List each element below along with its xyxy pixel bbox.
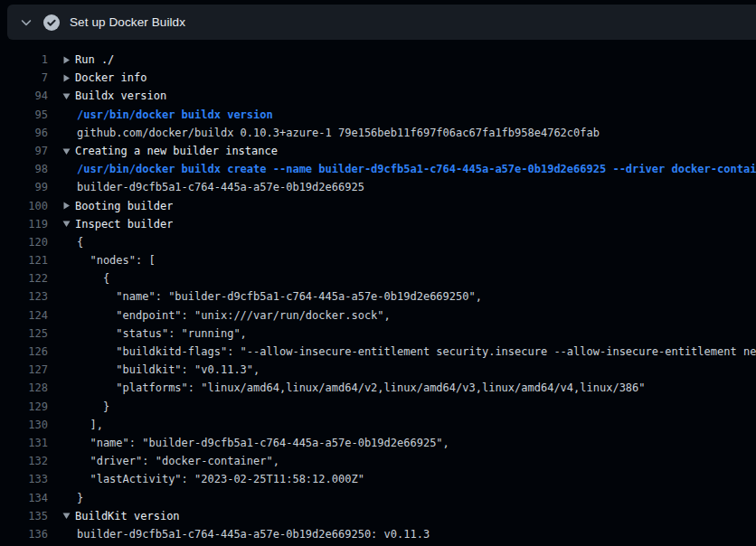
line-number[interactable]: 119 bbox=[0, 215, 48, 233]
line-number[interactable]: 99 bbox=[0, 178, 48, 196]
line-number[interactable]: 122 bbox=[0, 269, 48, 287]
triangle-down-icon bbox=[62, 147, 71, 155]
log-group-label: Buildx version bbox=[75, 87, 166, 105]
log-output-text: "lastActivity": "2023-02-25T11:58:12.000… bbox=[62, 470, 364, 488]
line-number[interactable]: 128 bbox=[0, 379, 48, 397]
log-viewer: 1Run ./7Docker info94Buildx version95/us… bbox=[0, 0, 756, 543]
line-number[interactable]: 125 bbox=[0, 325, 48, 343]
step-header[interactable]: Set up Docker Buildx bbox=[7, 5, 756, 40]
log-line: 135BuildKit version bbox=[0, 507, 756, 525]
triangle-right-icon bbox=[62, 202, 71, 210]
log-line: 128 "platforms": "linux/amd64,linux/amd6… bbox=[0, 379, 756, 397]
check-circle-icon bbox=[43, 14, 60, 31]
log-group-label: Docker info bbox=[75, 69, 146, 87]
line-number[interactable]: 94 bbox=[0, 87, 48, 105]
log-line: 129 } bbox=[0, 398, 756, 416]
line-number[interactable]: 97 bbox=[0, 142, 48, 160]
line-number[interactable]: 124 bbox=[0, 306, 48, 325]
log-group-label: BuildKit version bbox=[75, 507, 180, 525]
log-line: 100Booting builder bbox=[0, 197, 756, 215]
line-number[interactable]: 129 bbox=[0, 398, 48, 416]
log-output-text: "name": "builder-d9cfb5a1-c764-445a-a57e… bbox=[62, 287, 482, 306]
log-line: 99builder-d9cfb5a1-c764-445a-a57e-0b19d2… bbox=[0, 178, 756, 196]
triangle-right-icon bbox=[62, 56, 71, 64]
log-line: 131 "name": "builder-d9cfb5a1-c764-445a-… bbox=[0, 434, 756, 452]
log-line: 119Inspect builder bbox=[0, 215, 756, 233]
log-line: 123 "name": "builder-d9cfb5a1-c764-445a-… bbox=[0, 287, 756, 306]
line-number[interactable]: 127 bbox=[0, 361, 48, 379]
log-output-text: } bbox=[62, 398, 109, 416]
log-output-text: github.com/docker/buildx 0.10.3+azure-1 … bbox=[62, 124, 600, 142]
log-command-text: /usr/bin/docker buildx create --name bui… bbox=[62, 160, 756, 178]
chevron-down-icon[interactable] bbox=[19, 15, 33, 30]
log-output-text: "buildkitd-flags": "--allow-insecure-ent… bbox=[62, 343, 756, 361]
log-output-text: } bbox=[62, 489, 83, 507]
log-line: 96github.com/docker/buildx 0.10.3+azure-… bbox=[0, 124, 756, 142]
log-line: 132 "driver": "docker-container", bbox=[0, 452, 756, 470]
log-line: 1Run ./ bbox=[0, 51, 756, 69]
log-group-toggle[interactable]: Creating a new builder instance bbox=[62, 142, 278, 160]
line-number[interactable]: 133 bbox=[0, 470, 48, 488]
line-number[interactable]: 130 bbox=[0, 416, 48, 434]
log-group-toggle[interactable]: Run ./ bbox=[62, 51, 114, 69]
line-number[interactable]: 121 bbox=[0, 251, 48, 269]
triangle-down-icon bbox=[62, 512, 71, 520]
line-number[interactable]: 100 bbox=[0, 197, 48, 215]
log-line: 95/usr/bin/docker buildx version bbox=[0, 106, 756, 124]
log-line: 124 "endpoint": "unix:///var/run/docker.… bbox=[0, 306, 756, 325]
step-title: Set up Docker Buildx bbox=[70, 15, 185, 29]
line-number[interactable]: 132 bbox=[0, 452, 48, 470]
line-number[interactable]: 126 bbox=[0, 343, 48, 361]
log-line: 136builder-d9cfb5a1-c764-445a-a57e-0b19d… bbox=[0, 525, 756, 543]
log-group-toggle[interactable]: Booting builder bbox=[62, 197, 173, 215]
line-number[interactable]: 95 bbox=[0, 106, 48, 124]
log-output-text: { bbox=[62, 269, 109, 287]
log-line: 121 "nodes": [ bbox=[0, 251, 756, 269]
log-line: 122 { bbox=[0, 269, 756, 287]
line-number[interactable]: 136 bbox=[0, 525, 48, 543]
log-output-text: ], bbox=[62, 416, 103, 434]
line-number[interactable]: 134 bbox=[0, 489, 48, 507]
log-output-text: "endpoint": "unix:///var/run/docker.sock… bbox=[62, 306, 391, 325]
log-command-text: /usr/bin/docker buildx version bbox=[62, 106, 273, 124]
log-output-text: "driver": "docker-container", bbox=[62, 452, 279, 470]
log-group-toggle[interactable]: Docker info bbox=[62, 69, 146, 87]
log-line: 125 "status": "running", bbox=[0, 325, 756, 343]
line-number[interactable]: 98 bbox=[0, 160, 48, 178]
log-line: 98/usr/bin/docker buildx create --name b… bbox=[0, 160, 756, 178]
log-output-text: "buildkit": "v0.11.3", bbox=[62, 361, 260, 379]
triangle-down-icon bbox=[62, 92, 71, 100]
log-line: 7Docker info bbox=[0, 69, 756, 87]
triangle-down-icon bbox=[62, 220, 71, 228]
line-number[interactable]: 135 bbox=[0, 507, 48, 525]
log-line: 120{ bbox=[0, 233, 756, 251]
line-number[interactable]: 131 bbox=[0, 434, 48, 452]
log-line: 97Creating a new builder instance bbox=[0, 142, 756, 160]
line-number[interactable]: 96 bbox=[0, 124, 48, 142]
line-number[interactable]: 1 bbox=[0, 51, 48, 69]
triangle-right-icon bbox=[62, 74, 71, 82]
line-number[interactable]: 123 bbox=[0, 287, 48, 306]
log-line: 134} bbox=[0, 489, 756, 507]
log-output-text: "nodes": [ bbox=[62, 251, 156, 269]
log-group-label: Creating a new builder instance bbox=[75, 142, 278, 160]
log-group-label: Booting builder bbox=[75, 197, 173, 215]
log-line: 94Buildx version bbox=[0, 87, 756, 105]
log-output-text: builder-d9cfb5a1-c764-445a-a57e-0b19d2e6… bbox=[62, 525, 430, 543]
log-output-text: builder-d9cfb5a1-c764-445a-a57e-0b19d2e6… bbox=[62, 178, 364, 196]
log-group-label: Inspect builder bbox=[75, 215, 173, 233]
log-group-toggle[interactable]: BuildKit version bbox=[62, 507, 180, 525]
log-group-toggle[interactable]: Buildx version bbox=[62, 87, 166, 105]
log-output-text: "name": "builder-d9cfb5a1-c764-445a-a57e… bbox=[62, 434, 449, 452]
log-output-text: "status": "running", bbox=[62, 325, 247, 343]
log-output-text: "platforms": "linux/amd64,linux/amd64/v2… bbox=[62, 379, 646, 397]
log-line: 127 "buildkit": "v0.11.3", bbox=[0, 361, 756, 379]
log-line: 133 "lastActivity": "2023-02-25T11:58:12… bbox=[0, 470, 756, 488]
log-output-text: { bbox=[62, 233, 83, 251]
log-group-toggle[interactable]: Inspect builder bbox=[62, 215, 173, 233]
log-line: 126 "buildkitd-flags": "--allow-insecure… bbox=[0, 343, 756, 361]
log-group-label: Run ./ bbox=[75, 51, 114, 69]
line-number[interactable]: 120 bbox=[0, 233, 48, 251]
log-line: 130 ], bbox=[0, 416, 756, 434]
line-number[interactable]: 7 bbox=[0, 69, 48, 87]
